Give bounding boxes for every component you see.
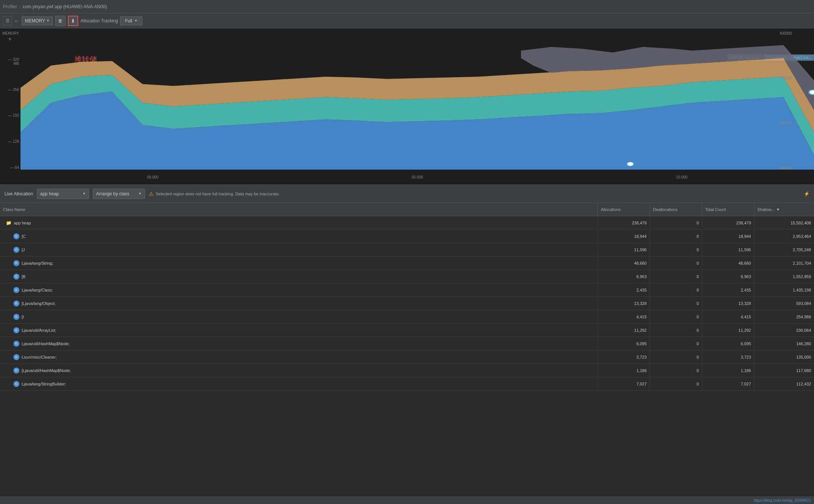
td-class-name-9: C Lsun/misc/Cleaner; bbox=[0, 350, 598, 363]
full-label: Full bbox=[125, 18, 132, 23]
td-total-2: 48,660 bbox=[702, 256, 754, 270]
table-row[interactable]: C Ljava/lang/Class; 2,435 0 2,435 1,435,… bbox=[0, 283, 814, 297]
table-row[interactable]: C [B 6,963 0 6,963 1,552,859 bbox=[0, 270, 814, 283]
class-label-10: [Ljava/util/HashMap$Node; bbox=[22, 368, 71, 373]
td-dealloc-2: 0 bbox=[650, 256, 702, 270]
memory-dropdown[interactable]: MEMORY ▼ bbox=[22, 16, 53, 25]
sidebar-toggle-btn[interactable]: ☰ bbox=[3, 16, 12, 25]
td-shallow-7: 230,064 bbox=[754, 324, 814, 337]
class-name-cell-4: C Ljava/lang/Class; bbox=[3, 287, 53, 293]
table-row[interactable]: C Ljava/lang/StringBuilder; 7,027 0 7,02… bbox=[0, 377, 814, 391]
td-dealloc-10: 0 bbox=[650, 364, 702, 377]
class-icon-9: C bbox=[13, 354, 19, 360]
td-class-name-7: C Ljava/util/ArrayList; bbox=[0, 324, 598, 337]
th-class-name[interactable]: Class Name bbox=[0, 203, 598, 216]
table-row[interactable]: C Ljava/lang/String; 48,660 0 48,660 2,1… bbox=[0, 256, 814, 270]
td-dealloc-1: 0 bbox=[650, 243, 702, 256]
r-300000: 300000 bbox=[780, 76, 792, 80]
class-icon-11: C bbox=[13, 381, 19, 387]
td-total-1: 11,596 bbox=[702, 243, 754, 256]
class-label-0: [C bbox=[22, 234, 26, 239]
memory-label: MEMORY bbox=[25, 18, 45, 23]
table-row-parent[interactable]: 📁 app heap 238,479 0 238,479 15,592,408 bbox=[0, 216, 814, 230]
table-rows-container: C [C 18,944 0 18,944 2,953,464 C [J 11,5… bbox=[0, 230, 814, 391]
separator: | bbox=[19, 4, 20, 9]
warning-icon: ⚠ bbox=[149, 191, 154, 197]
td-shallow-9: 135,000 bbox=[754, 350, 814, 363]
table-row[interactable]: C Ljava/util/HashMap$Node; 6,095 0 6,095… bbox=[0, 337, 814, 350]
table-row[interactable]: C [C 18,944 0 18,944 2,953,464 bbox=[0, 230, 814, 243]
td-alloc-8: 6,095 bbox=[598, 337, 650, 350]
chart-svg bbox=[20, 28, 814, 170]
table-row[interactable]: C [Ljava/util/HashMap$Node; 1,186 0 1,18… bbox=[0, 364, 814, 377]
trash-icon-btn[interactable]: 🗑 bbox=[55, 16, 66, 26]
r-200000: 200000 bbox=[780, 121, 792, 125]
x-5: 05.000 bbox=[411, 175, 423, 179]
folder-icon: 📁 bbox=[6, 220, 12, 226]
r-100000: 100000 bbox=[780, 166, 792, 170]
td-parent-name: 📁 app heap bbox=[0, 216, 598, 229]
th-deallocations[interactable]: Deallocations bbox=[650, 203, 702, 216]
td-total-8: 6,095 bbox=[702, 337, 754, 350]
class-label-9: Lsun/misc/Cleaner; bbox=[22, 355, 57, 359]
td-shallow-3: 1,552,859 bbox=[754, 270, 814, 283]
class-name-cell-9: C Lsun/misc/Cleaner; bbox=[3, 354, 57, 360]
class-icon-6: C bbox=[13, 314, 19, 320]
class-label-8: Ljava/util/HashMap$Node; bbox=[22, 341, 70, 346]
table-header: Class Name Allocations Deallocations Tot… bbox=[0, 203, 814, 216]
class-icon-10: C bbox=[13, 368, 19, 374]
class-name-cell-7: C Ljava/util/ArrayList; bbox=[3, 327, 56, 333]
th-allocations[interactable]: Allocations bbox=[598, 203, 650, 216]
class-label-1: [J bbox=[22, 248, 25, 252]
x-10: 10.000 bbox=[676, 175, 688, 179]
class-name-cell-3: C [B bbox=[3, 274, 25, 280]
td-dealloc-11: 0 bbox=[650, 377, 702, 390]
th-total-count[interactable]: Total Count bbox=[702, 203, 754, 216]
td-class-name-10: C [Ljava/util/HashMap$Node; bbox=[0, 364, 598, 377]
table-row[interactable]: C Lsun/misc/Cleaner; 3,723 0 3,723 135,0… bbox=[0, 350, 814, 364]
table-row[interactable]: C [J 11,596 0 11,596 2,705,248 bbox=[0, 243, 814, 256]
heap-select-dropdown[interactable]: app heap ▼ bbox=[37, 189, 89, 199]
th-shallow[interactable]: Shallow... ▼ bbox=[754, 203, 814, 216]
status-url: https://blog.csdn.net/qq_20369621 bbox=[754, 498, 811, 503]
td-shallow-1: 2,705,248 bbox=[754, 243, 814, 256]
y-320: — 320 MB bbox=[1, 57, 19, 66]
class-icon-7: C bbox=[13, 327, 19, 333]
back-button[interactable]: ← bbox=[14, 18, 19, 24]
td-alloc-7: 11,292 bbox=[598, 324, 650, 337]
td-shallow-0: 2,953,464 bbox=[754, 230, 814, 243]
table-row[interactable]: C [I 4,415 0 4,415 254,988 bbox=[0, 310, 814, 324]
x-axis: 00.000 05.000 10.000 bbox=[20, 170, 814, 185]
class-icon-5: C bbox=[13, 300, 19, 306]
right-axis: 400000 300000 200000 100000 bbox=[778, 28, 794, 170]
td-alloc-9: 3,723 bbox=[598, 350, 650, 363]
main-content: + 堆转储 com.cfs.app.ui.a... com.cfs.app.mo… bbox=[0, 28, 814, 504]
arrange-dropdown[interactable]: Arrange by class ▼ bbox=[93, 189, 145, 199]
arrange-option-label: Arrange by class bbox=[96, 191, 129, 196]
td-parent-total: 238,479 bbox=[702, 216, 754, 229]
full-dropdown[interactable]: Full ▼ bbox=[120, 16, 142, 25]
class-label-2: Ljava/lang/String; bbox=[22, 261, 53, 265]
td-dealloc-3: 0 bbox=[650, 270, 702, 283]
td-total-7: 11,292 bbox=[702, 324, 754, 337]
td-alloc-3: 6,963 bbox=[598, 270, 650, 283]
td-total-5: 13,328 bbox=[702, 297, 754, 310]
filter-icon[interactable]: ⚡ bbox=[804, 191, 810, 196]
td-class-name-4: C Ljava/lang/Class; bbox=[0, 283, 598, 296]
y-axis: MEMORY — 320 MB — 256 — 192 — 128 — 64 bbox=[0, 28, 20, 170]
td-class-name-11: C Ljava/lang/StringBuilder; bbox=[0, 377, 598, 390]
heap-dump-btn[interactable]: ⬇ bbox=[68, 16, 78, 26]
warning-text: Selected region does not have full track… bbox=[156, 192, 280, 196]
class-label-5: [Ljava/lang/Object; bbox=[22, 301, 56, 306]
class-icon-3: C bbox=[13, 274, 19, 280]
td-alloc-6: 4,415 bbox=[598, 310, 650, 323]
class-name-cell-5: C [Ljava/lang/Object; bbox=[3, 300, 56, 306]
table-row[interactable]: C Ljava/util/ArrayList; 11,292 0 11,292 … bbox=[0, 324, 814, 337]
table-area[interactable]: Class Name Allocations Deallocations Tot… bbox=[0, 203, 814, 504]
class-name-cell-2: C Ljava/lang/String; bbox=[3, 260, 53, 266]
table-row[interactable]: C [Ljava/lang/Object; 13,328 0 13,328 59… bbox=[0, 297, 814, 310]
td-dealloc-6: 0 bbox=[650, 310, 702, 323]
td-shallow-6: 254,988 bbox=[754, 310, 814, 323]
class-label-4: Ljava/lang/Class; bbox=[22, 288, 53, 292]
class-name-cell-8: C Ljava/util/HashMap$Node; bbox=[3, 341, 70, 347]
